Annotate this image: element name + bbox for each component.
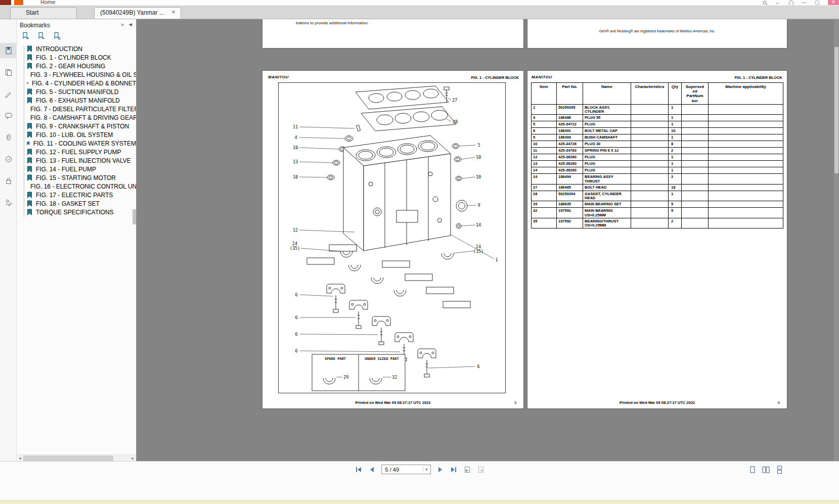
tab-close-icon[interactable]: × [170,9,177,16]
bookmark-flag-icon [27,63,32,69]
comments-icon[interactable] [0,108,17,123]
bookmark-label: FIG. 5 - SUCTION MANIFOLD [36,88,118,96]
app-logo[interactable] [14,0,23,6]
parts-table-cell: 2 [669,218,682,228]
verify-icon[interactable] [0,152,17,167]
figure-callout-10: 10 [293,175,298,179]
expand-panel-icon[interactable]: » [121,21,124,27]
bookmark-item[interactable]: FIG. 2 - GEAR HOUSING [17,62,136,70]
annotations-icon[interactable] [0,86,17,102]
bookmarks-panel-icon[interactable] [0,43,17,58]
bookmark-item[interactable]: FIG. 13 - FUEL INJECTION VALVE [17,156,136,165]
bookmark-item[interactable]: FIG. 9 - CRANKSHAFT & PISTON [17,122,136,130]
bookmark-item[interactable]: FIG. 1 - CYLINDER BLOCK [17,53,136,62]
page-thumbnails-icon[interactable] [0,65,17,80]
parts-table-cell: BOLT METAL CAP [583,128,631,134]
maximize-icon[interactable]: ▢ [815,0,822,5]
signature-icon[interactable] [0,195,17,210]
scrollbar-thumb[interactable] [23,455,113,461]
chevron-down-icon[interactable]: ⌄ [775,0,782,5]
previous-page-button[interactable] [368,466,377,474]
page-number-input[interactable]: 5 / 49 ▾ [381,465,431,474]
figure-callout-29: 29 [343,375,348,380]
bookmark-item[interactable]: FIG. 17 - ELECTRIC PARTS [17,191,136,199]
bookmark-flag-icon [27,157,32,164]
parts-table-cell: 425-36260 [557,154,583,161]
callout-layer: SPARE PART UNDER SIZED PART 272811410131… [279,83,506,394]
search-icon[interactable] [762,0,769,5]
menu-home-tab[interactable]: Home [40,0,55,5]
bookmark-flag-icon [27,192,32,198]
facing-page-view-button[interactable] [762,466,770,476]
bookmark-item[interactable]: FIG. 12 - FUEL SUPPLY PUMP [17,148,136,156]
previous-view-button[interactable] [463,466,472,474]
parts-table-cell: 50250395 [557,104,583,115]
bookmark-item[interactable]: FIG. 3 - FLYWHEEL HOUSING & OIL S [17,70,136,79]
bookmarks-vertical-scrollbar[interactable] [133,42,136,454]
scrollbar-thumb[interactable] [133,209,136,224]
page3-brand: MANITOU [268,75,289,79]
bookmark-item[interactable]: FIG. 11 - COOLING WATER SYSTEM [17,139,136,148]
minimize-icon[interactable]: — [802,0,809,5]
bookmark-list: INTRODUCTIONFIG. 1 - CYLINDER BLOCKFIG. … [17,42,136,216]
bookmark-item[interactable]: FIG. 18 - GASKET SET [17,199,136,208]
parts-table-cell: 1 [669,121,682,128]
page-1-bottom: trations to provide additional informati… [262,19,523,48]
window-close-button[interactable]: ✕ [828,0,839,5]
next-page-button[interactable] [435,466,445,474]
bookmark-label: FIG. 17 - ELECTRIC PARTS [36,192,113,199]
parts-table-cell: 35 [532,218,557,228]
user-avatar-icon[interactable] [788,0,796,5]
bookmark-label: FIG. 10 - LUB. OIL SYSTEM [36,131,113,139]
bookmark-label: FIG. 2 - GEAR HOUSING [36,63,105,70]
first-page-button[interactable] [354,466,363,474]
bookmark-item[interactable]: FIG. 5 - SUCTION MANIFOLD [17,87,136,96]
bookmark-item[interactable]: FIG. 6 - EXHAUST MANIFOLD [17,96,136,105]
parts-table-cell [631,141,669,148]
parts-table-row: 5425-34722PLUG1 [532,121,783,128]
bookmark-item[interactable]: TORQUE SPECIFICATIONS [17,208,136,216]
bookmark-item[interactable]: FIG. 4 - CYLINDER HEAD & BONNET [17,79,136,87]
parts-table-cell [682,141,709,148]
parts-table-header-row: ItemPart No.NameCharacteristicsQtySupers… [532,83,783,105]
parts-table-row: 11425-34783SPRING PIN 6 X 122 [532,148,783,154]
chevron-down-icon[interactable]: ▾ [423,467,430,472]
security-icon[interactable] [0,173,17,189]
bookmark-item[interactable]: FIG. 14 - FUEL PUMP [17,165,136,173]
continuous-view-button[interactable] [775,466,784,476]
tab-start[interactable]: Start [10,7,77,19]
tab-document[interactable]: (50940249B) Yanmar ... × [94,7,181,19]
scroll-right-arrow[interactable]: ▸ [129,455,136,461]
collapse-panel-icon[interactable]: ◀ [129,22,132,27]
bookmark-item[interactable]: FIG. 8 - CAMSHAFT & DRIVING GEAR [17,113,136,122]
bookmark-flag-icon [27,54,32,61]
figure-callout-13: 13 [293,160,298,164]
attachments-icon[interactable] [0,130,17,145]
figure-callout-14: 14 [476,223,481,227]
parts-table-cell: BLOCK ASSY, CYLINDER [583,104,631,115]
parts-table-cell [682,154,709,161]
parts-table-row: 12425-36260PLUG1 [532,154,783,161]
bookmark-options-icon[interactable] [53,32,61,41]
bookmarks-panel-title: Bookmarks [20,22,50,29]
document-vertical-scrollbar[interactable] [834,19,839,461]
parts-table-cell [709,208,783,218]
last-page-button[interactable] [449,466,458,474]
bookmark-label: INTRODUCTION [36,45,82,53]
figure-callout-1: 1 [495,258,498,262]
bookmark-item[interactable]: FIG. 16 - ELECTRONIC CONTROL UNIT [17,182,136,191]
parts-table-header: Name [583,83,631,105]
scrollbar-thumb[interactable] [834,47,838,173]
single-page-view-button[interactable] [748,466,757,476]
bookmark-item[interactable]: FIG. 15 - STARTING MOTOR [17,173,136,182]
bookmark-label: FIG. 18 - GASKET SET [36,200,100,207]
bookmark-item[interactable]: FIG. 7 - DIESEL PARTICULATE FILTER [17,105,136,113]
new-bookmark-icon[interactable] [21,32,29,41]
bookmarks-horizontal-scrollbar[interactable]: ◂ ▸ [17,454,136,461]
bookmark-item[interactable]: INTRODUCTION [17,44,136,53]
expand-bookmarks-icon[interactable] [37,32,45,41]
parts-table-header: Item [532,83,557,105]
next-view-button[interactable] [476,466,485,474]
scroll-left-arrow[interactable]: ◂ [17,455,23,461]
bookmark-item[interactable]: FIG. 10 - LUB. OIL SYSTEM [17,130,136,139]
